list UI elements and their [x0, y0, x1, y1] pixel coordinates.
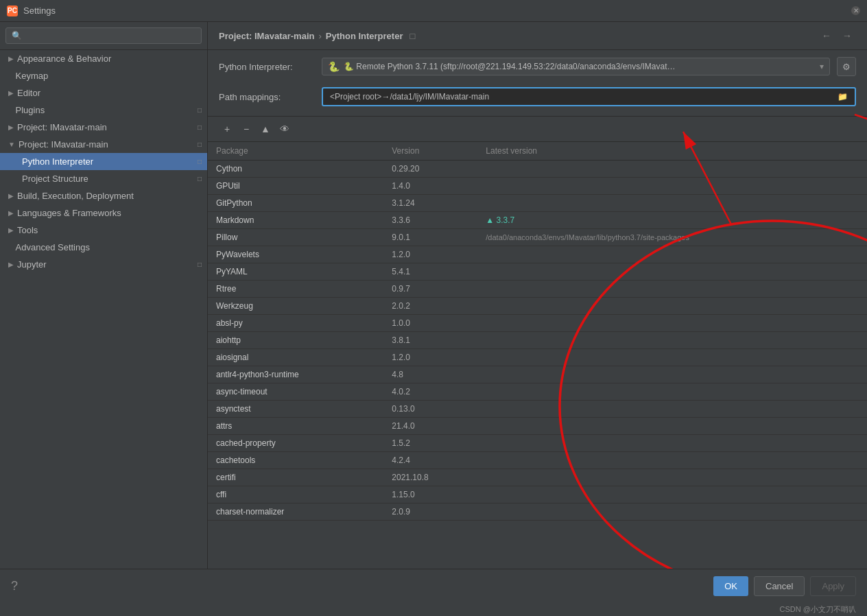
- sidebar-item-editor[interactable]: ▶ Editor: [0, 84, 207, 102]
- package-version: 0.13.0: [383, 401, 477, 418]
- breadcrumb-nav: ← →: [818, 29, 856, 43]
- package-name: absl-py: [208, 315, 383, 332]
- sidebar-label-project: Project: IMavatar-main: [19, 139, 108, 150]
- table-row[interactable]: Rtree0.9.7: [208, 281, 867, 298]
- sidebar-item-version-control[interactable]: ▶ Project: IMavatar-main □: [0, 119, 207, 136]
- package-name: cachetools: [208, 452, 383, 469]
- interpreter-row: Python Interpreter: 🐍 🐍 Remote Python 3.…: [208, 50, 867, 83]
- sidebar-item-keymap[interactable]: Keymap: [0, 67, 207, 84]
- package-name: asynctest: [208, 401, 383, 418]
- package-version: 1.2.0: [383, 246, 477, 263]
- ok-button[interactable]: OK: [713, 576, 748, 596]
- package-version: 3.8.1: [383, 332, 477, 349]
- table-row[interactable]: charset-normalizer2.0.9: [208, 504, 867, 521]
- sidebar-label-tools: Tools: [17, 225, 38, 235]
- package-version: 0.29.20: [383, 161, 477, 178]
- arrow-icon: ▶: [8, 192, 14, 200]
- package-name: certifi: [208, 469, 383, 486]
- arrow-icon: ▼: [8, 141, 15, 148]
- arrow-icon: ▶: [8, 55, 14, 62]
- package-name: aiosignal: [208, 349, 383, 366]
- col-package: Package: [208, 142, 383, 161]
- python-interpreter-badge: □: [198, 158, 202, 165]
- project-badge: □: [198, 141, 202, 148]
- sidebar-item-build[interactable]: ▶ Build, Execution, Deployment: [0, 187, 207, 204]
- table-row[interactable]: cached-property1.5.2: [208, 435, 867, 452]
- sidebar-label-plugins: Plugins: [16, 105, 45, 115]
- plugins-badge: □: [198, 106, 202, 114]
- package-name: Pillow: [208, 229, 383, 246]
- table-row[interactable]: aiohttp3.8.1: [208, 332, 867, 349]
- package-version: 9.0.1: [383, 229, 477, 246]
- cancel-button[interactable]: Cancel: [754, 576, 805, 596]
- package-name: Markdown: [208, 212, 383, 229]
- sidebar-item-jupyter[interactable]: ▶ Jupyter □: [0, 256, 207, 273]
- package-latest: [477, 178, 867, 195]
- remove-package-button[interactable]: −: [238, 121, 254, 137]
- apply-button[interactable]: Apply: [810, 576, 856, 596]
- table-row[interactable]: attrs21.4.0: [208, 418, 867, 435]
- table-row[interactable]: async-timeout4.0.2: [208, 383, 867, 401]
- table-row[interactable]: Werkzeug2.0.2: [208, 298, 867, 315]
- sidebar: ▶ Appearance & Behavior Keymap ▶ Editor …: [0, 22, 208, 569]
- sidebar-label-build: Build, Execution, Deployment: [17, 191, 134, 201]
- table-row[interactable]: asynctest0.13.0: [208, 401, 867, 418]
- table-row[interactable]: PyYAML5.4.1: [208, 263, 867, 281]
- table-row[interactable]: Cython0.29.20: [208, 161, 867, 178]
- add-package-button[interactable]: +: [219, 121, 235, 137]
- search-input[interactable]: [5, 27, 202, 44]
- table-row[interactable]: PyWavelets1.2.0: [208, 246, 867, 263]
- table-row[interactable]: antlr4-python3-runtime4.8: [208, 366, 867, 383]
- package-name: antlr4-python3-runtime: [208, 366, 383, 383]
- package-latest: [477, 195, 867, 212]
- table-row[interactable]: GPUtil1.4.0: [208, 178, 867, 195]
- eye-button[interactable]: 👁: [276, 121, 293, 137]
- package-latest: [477, 161, 867, 178]
- sidebar-item-plugins[interactable]: Plugins □: [0, 102, 207, 119]
- sidebar-item-advanced-settings[interactable]: Advanced Settings: [0, 239, 207, 256]
- package-name: Rtree: [208, 281, 383, 298]
- arrow-icon: ▶: [8, 89, 14, 97]
- table-toolbar: + − ▲ 👁: [208, 116, 867, 141]
- table-row[interactable]: Markdown3.3.6▲ 3.3.7: [208, 212, 867, 229]
- folder-icon[interactable]: 📁: [838, 92, 848, 102]
- sidebar-item-python-interpreter[interactable]: Python Interpreter □: [0, 153, 207, 170]
- project-structure-badge: □: [198, 175, 202, 182]
- sidebar-item-tools[interactable]: ▶ Tools: [0, 222, 207, 239]
- interpreter-label: Python Interpreter:: [219, 62, 315, 72]
- dialog-body: ▶ Appearance & Behavior Keymap ▶ Editor …: [0, 22, 867, 569]
- help-button[interactable]: ?: [11, 579, 18, 593]
- close-button[interactable]: ✕: [851, 6, 860, 15]
- sidebar-label-languages: Languages & Frameworks: [17, 208, 121, 218]
- package-version: 1.5.2: [383, 435, 477, 452]
- sidebar-item-languages[interactable]: ▶ Languages & Frameworks: [0, 204, 207, 222]
- sidebar-item-project-structure[interactable]: Project Structure □: [0, 170, 207, 187]
- python-icon: 🐍: [328, 61, 340, 72]
- table-row[interactable]: cffi1.15.0: [208, 486, 867, 504]
- package-version: 1.15.0: [383, 486, 477, 504]
- path-mappings-row: Path mappings: <Project root>→/data1/ljy…: [208, 83, 867, 110]
- interpreter-select[interactable]: 🐍 🐍 Remote Python 3.7.11 (sftp://root@22…: [322, 58, 830, 75]
- package-latest: [477, 452, 867, 469]
- package-version: 0.9.7: [383, 281, 477, 298]
- table-row[interactable]: aiosignal1.2.0: [208, 349, 867, 366]
- table-row[interactable]: cachetools4.2.4: [208, 452, 867, 469]
- window-controls: ✕: [851, 6, 860, 15]
- table-row[interactable]: Pillow9.0.1/data0/anaconda3/envs/IMavata…: [208, 229, 867, 246]
- table-row[interactable]: certifi2021.10.8: [208, 469, 867, 486]
- footer-buttons: OK Cancel Apply: [713, 576, 856, 596]
- sidebar-item-project[interactable]: ▼ Project: IMavatar-main □: [0, 136, 207, 153]
- nav-back-button[interactable]: ←: [818, 29, 835, 43]
- table-row[interactable]: absl-py1.0.0: [208, 315, 867, 332]
- nav-forward-button[interactable]: →: [838, 29, 856, 43]
- gear-icon: ⚙: [842, 62, 851, 72]
- package-latest: [477, 263, 867, 281]
- interpreter-gear-button[interactable]: ⚙: [837, 57, 856, 76]
- sidebar-item-appearance[interactable]: ▶ Appearance & Behavior: [0, 50, 207, 67]
- package-latest: [477, 281, 867, 298]
- package-name: PyWavelets: [208, 246, 383, 263]
- table-row[interactable]: GitPython3.1.24: [208, 195, 867, 212]
- package-name: cached-property: [208, 435, 383, 452]
- up-button[interactable]: ▲: [257, 121, 274, 137]
- package-name: charset-normalizer: [208, 504, 383, 521]
